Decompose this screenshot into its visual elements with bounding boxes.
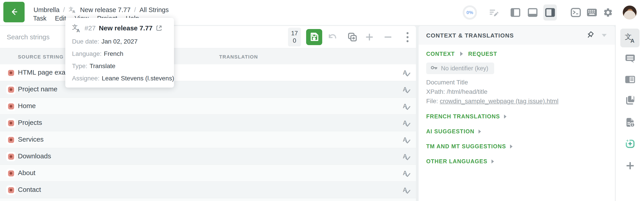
- task-language-row: Language: French: [72, 48, 167, 60]
- rail-glossary-pages-icon[interactable]: [616, 93, 644, 107]
- spellcheck-icon[interactable]: A: [402, 168, 411, 178]
- breadcrumb-view[interactable]: All Strings: [140, 6, 169, 14]
- table-row[interactable]: Project name A: [0, 81, 416, 98]
- layout-right-icon: [545, 8, 555, 17]
- rail-comments-icon[interactable]: [616, 51, 644, 66]
- spellcheck-icon[interactable]: A: [402, 68, 411, 78]
- caret-down-icon[interactable]: [601, 33, 607, 38]
- toolbar-controls: 17 0: [288, 26, 408, 48]
- settings-gear-icon[interactable]: [603, 7, 613, 18]
- section-other-languages[interactable]: OTHER LANGUAGES: [426, 154, 583, 169]
- save-icon: [310, 32, 319, 42]
- file-link[interactable]: crowdin_sample_webpage (tag issue).html: [440, 98, 558, 105]
- request-link[interactable]: REQUEST: [468, 51, 497, 57]
- table-row[interactable]: Contact A: [0, 182, 416, 198]
- table-row[interactable]: About A: [0, 165, 416, 182]
- breadcrumb-separator: /: [63, 6, 65, 14]
- draft-edit-icon[interactable]: [489, 7, 499, 18]
- spellcheck-icon[interactable]: A: [402, 118, 411, 128]
- avatar[interactable]: [623, 5, 636, 19]
- layout-left-icon[interactable]: [510, 8, 520, 17]
- status-untranslated-icon: [6, 185, 16, 195]
- table-header: SOURCE STRING TRANSLATION: [0, 48, 416, 64]
- rail-ai-sparkle-icon[interactable]: [616, 137, 644, 151]
- key-icon: [430, 64, 438, 73]
- status-untranslated-icon: [6, 135, 16, 145]
- source-string-text: About: [18, 169, 35, 177]
- back-button[interactable]: [3, 2, 24, 22]
- section-label: AI SUGGESTION: [426, 128, 474, 135]
- layout-bottom-icon[interactable]: [528, 8, 538, 17]
- breadcrumb: Umbrella / 文A New release 7.77 / All Str…: [34, 5, 168, 14]
- status-untranslated-icon: [6, 68, 16, 77]
- task-details-popup: 文A #27 New release 7.77 Due date: Jan 02…: [65, 18, 174, 88]
- status-untranslated-icon: [6, 102, 16, 111]
- rail-file-info-icon[interactable]: [616, 115, 644, 130]
- spellcheck-icon[interactable]: A: [402, 101, 411, 111]
- context-link[interactable]: CONTEXT: [426, 51, 455, 57]
- task-name: New release 7.77: [99, 24, 152, 32]
- svg-text:A: A: [72, 9, 75, 14]
- external-link-icon[interactable]: [156, 25, 162, 31]
- rail-add-icon[interactable]: [616, 159, 644, 173]
- progress-ring[interactable]: 0%: [463, 5, 477, 20]
- field-value: French: [104, 50, 123, 57]
- section-tm-mt-suggestions[interactable]: TM AND MT SUGGESTIONS: [426, 139, 583, 154]
- rail-translate-icon[interactable]: 文A: [616, 31, 644, 45]
- pin-icon[interactable]: [585, 30, 595, 40]
- rail-card-info-icon[interactable]: [616, 72, 644, 87]
- terminal-icon[interactable]: [571, 8, 581, 17]
- spellcheck-icon[interactable]: A: [402, 85, 411, 94]
- task-assignee-row: Assignee: Leane Stevens (l.stevens): [72, 72, 167, 84]
- add-string-button[interactable]: [366, 33, 374, 41]
- counter-bottom: 0: [293, 37, 296, 44]
- status-untranslated-icon: [6, 152, 16, 161]
- remove-string-button[interactable]: [384, 33, 392, 41]
- panel-sections: FRENCH TRANSLATIONS AI SUGGESTION TM AND…: [426, 109, 583, 169]
- status-untranslated-icon: [6, 118, 16, 128]
- context-details: Document Title XPath: /html/head/title F…: [426, 78, 558, 106]
- more-options-button[interactable]: [406, 32, 408, 42]
- file-label: File:: [426, 98, 438, 105]
- table-row[interactable]: Home A: [0, 98, 416, 115]
- strings-panel: 17 0 SOURCE STRING TRAN: [0, 26, 416, 201]
- breadcrumb-project[interactable]: Umbrella: [34, 6, 60, 14]
- context-panel: CONTEXT & TRANSLATIONS CONTEXT REQUEST N…: [418, 26, 615, 201]
- layout-right-active[interactable]: [544, 4, 557, 20]
- copy-source-button[interactable]: [347, 32, 358, 42]
- field-value: Jan 02, 2027: [101, 38, 138, 45]
- document-title-line: Document Title: [426, 78, 558, 87]
- strings-toolbar: 17 0: [0, 26, 416, 48]
- table-row[interactable]: HTML page example A: [0, 64, 416, 81]
- menu-task[interactable]: Task: [33, 15, 46, 24]
- counter-top: 17: [291, 30, 298, 37]
- section-french-translations[interactable]: FRENCH TRANSLATIONS: [426, 109, 583, 124]
- spellcheck-icon[interactable]: A: [402, 135, 411, 145]
- field-label: Due date:: [72, 38, 99, 45]
- spellcheck-icon[interactable]: A: [402, 185, 411, 195]
- source-column-header: SOURCE STRING: [18, 54, 64, 60]
- menu-edit[interactable]: Edit: [55, 15, 66, 24]
- table-row[interactable]: Services A: [0, 131, 416, 148]
- chevron-right-icon: [504, 115, 506, 119]
- breadcrumb-task[interactable]: New release 7.77: [80, 6, 130, 14]
- chevron-right-icon: [460, 52, 463, 56]
- save-button[interactable]: [306, 29, 322, 45]
- source-string-text: Projects: [18, 119, 42, 126]
- top-right-controls: 0%: [463, 0, 636, 25]
- svg-text:A: A: [76, 28, 80, 33]
- identifier-badge: No identifier (key): [426, 62, 494, 74]
- keyboard-icon[interactable]: [587, 8, 597, 16]
- undo-button[interactable]: [327, 33, 336, 41]
- spellcheck-icon[interactable]: A: [402, 152, 411, 162]
- string-counter: 17 0: [288, 28, 301, 46]
- svg-text:A: A: [630, 38, 634, 44]
- section-label: TM AND MT SUGGESTIONS: [426, 143, 506, 150]
- list-filler: [0, 198, 416, 201]
- table-row[interactable]: Downloads A: [0, 148, 416, 165]
- table-row[interactable]: Projects A: [0, 115, 416, 131]
- source-string-text: Project name: [18, 85, 58, 93]
- context-panel-header: CONTEXT & TRANSLATIONS: [418, 26, 615, 45]
- section-ai-suggestion[interactable]: AI SUGGESTION: [426, 124, 583, 139]
- status-untranslated-icon: [6, 169, 16, 178]
